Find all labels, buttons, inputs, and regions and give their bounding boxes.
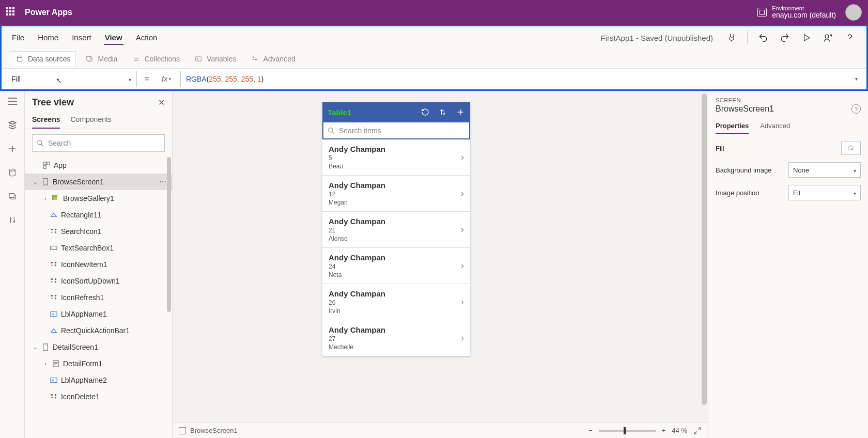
fit-to-window-icon[interactable]	[693, 427, 702, 435]
tree-node-searchicon[interactable]: SearchIcon1	[25, 223, 172, 240]
gallery-item-subtitle: 27	[329, 335, 385, 342]
collapse-icon[interactable]: ⌄	[32, 179, 38, 185]
hamburger-icon[interactable]	[7, 96, 18, 106]
zoom-slider[interactable]	[599, 430, 656, 432]
tree-search-input[interactable]: Search	[32, 134, 165, 152]
props-section-label: SCREEN	[716, 97, 861, 103]
formula-input[interactable]: RGBA(255, 255, 255, 1)	[180, 71, 862, 87]
svg-point-35	[51, 229, 53, 231]
fill-color-picker[interactable]	[841, 142, 861, 155]
tree-node-browsegallery[interactable]: › BrowseGallery1	[25, 190, 172, 207]
ribbon-advanced[interactable]: Advanced	[245, 52, 300, 66]
expand-icon[interactable]: ›	[42, 196, 49, 201]
tree-node-detailform[interactable]: ›DetailForm1	[25, 355, 172, 372]
tree-node-textsearchbox[interactable]: TextSearchBox1	[25, 240, 172, 256]
tree-node-app[interactable]: App	[25, 157, 172, 174]
tree-node-iconrefresh[interactable]: IconRefresh1	[25, 289, 172, 306]
prop-imgpos-label: Image position	[716, 189, 760, 197]
svg-point-68	[51, 394, 53, 396]
chevron-right-icon: ›	[461, 296, 464, 307]
form-icon	[52, 359, 60, 368]
svg-point-25	[38, 140, 42, 145]
tree-node-rectangle[interactable]: Rectangle11	[25, 207, 172, 223]
svg-point-2	[17, 56, 22, 58]
zoom-out-button[interactable]: −	[588, 427, 593, 434]
props-tab-advanced[interactable]: Advanced	[760, 119, 790, 134]
tree-view-icon[interactable]	[7, 120, 18, 130]
redo-icon[interactable]	[778, 30, 792, 45]
tree-node-rectquick[interactable]: RectQuickActionBar1	[25, 322, 172, 339]
gallery-item-title: Andy Champan	[329, 181, 385, 190]
tree-node-iconnew[interactable]: IconNewItem1	[25, 256, 172, 273]
gallery-item[interactable]: Andy Champan24Neta›	[322, 248, 470, 284]
waffle-icon[interactable]	[6, 7, 17, 18]
tree-tab-screens[interactable]: Screens	[32, 111, 60, 129]
menu-file[interactable]: File	[11, 31, 25, 45]
phone-search-input[interactable]: Search items	[322, 122, 470, 139]
gallery-item-subtitle: 26	[329, 299, 385, 306]
ribbon-collections[interactable]: Collections	[127, 52, 185, 66]
tree-node-icondelete[interactable]: IconDelete1	[25, 388, 172, 405]
insert-icon[interactable]	[7, 144, 18, 154]
bgimage-dropdown[interactable]: None	[788, 162, 861, 178]
undo-icon[interactable]	[756, 30, 770, 45]
status-selected: BrowseScreen1	[190, 427, 238, 434]
canvas[interactable]: Table1 Search items Andy Champan5Beau›An…	[173, 91, 708, 438]
gallery-item-subtitle: 5	[329, 154, 385, 162]
svg-line-80	[698, 428, 701, 430]
tree-node-lblappname2[interactable]: LblAppName2	[25, 372, 172, 388]
tree-scrollbar[interactable]	[167, 157, 171, 395]
expand-icon[interactable]: ›	[42, 361, 49, 367]
media-rail-icon[interactable]	[7, 191, 18, 201]
gallery-item[interactable]: Andy Champan12Megan›	[322, 176, 470, 212]
environment-picker[interactable]: Environment enayu.com (default)	[757, 5, 836, 19]
ribbon-media[interactable]: Media	[80, 52, 122, 66]
canvas-scrollbar[interactable]	[702, 94, 707, 425]
svg-line-81	[694, 431, 697, 434]
zoom-in-button[interactable]: +	[662, 427, 666, 434]
refresh-icon[interactable]	[421, 107, 430, 117]
tools-icon[interactable]	[7, 215, 18, 225]
gallery-item[interactable]: Andy Champan27Mechelle›	[322, 320, 470, 356]
chevron-right-icon: ›	[461, 188, 464, 199]
user-avatar[interactable]	[845, 4, 862, 21]
play-icon[interactable]	[799, 30, 814, 45]
sort-icon[interactable]	[438, 107, 447, 117]
gallery-item[interactable]: Andy Champan21Alonso›	[322, 212, 470, 248]
close-icon[interactable]: ✕	[158, 98, 165, 107]
more-icon[interactable]: ⋯	[159, 178, 167, 186]
menu-insert[interactable]: Insert	[71, 31, 92, 45]
tree-node-detailscreen[interactable]: ⌄DetailScreen1	[25, 339, 172, 355]
collapse-icon[interactable]: ⌄	[32, 345, 38, 350]
textbox-icon	[50, 244, 58, 252]
gallery-item-title: Andy Champan	[329, 253, 385, 262]
imgpos-dropdown[interactable]: Fit	[788, 185, 861, 200]
menu-home[interactable]: Home	[37, 31, 59, 45]
tree-node-iconsort[interactable]: IconSortUpDown1	[25, 273, 172, 289]
menu-action[interactable]: Action	[135, 31, 159, 45]
image-icon	[85, 55, 94, 63]
share-icon[interactable]	[821, 30, 835, 45]
help-icon[interactable]	[843, 30, 857, 45]
selection-checkbox[interactable]	[179, 427, 186, 434]
props-tab-properties[interactable]: Properties	[716, 119, 749, 134]
tree-node-browsescreen[interactable]: ⌄ BrowseScreen1 ⋯	[25, 174, 172, 190]
gallery-item[interactable]: Andy Champan5Beau›	[322, 139, 470, 176]
fx-icon[interactable]: fx▾	[157, 75, 176, 83]
app-checker-icon[interactable]	[724, 30, 739, 45]
tree-node-lblappname1[interactable]: LblAppName1	[25, 306, 172, 322]
equals-label: =	[141, 74, 152, 84]
formula-expand-icon[interactable]	[855, 76, 858, 82]
menu-view[interactable]: View	[104, 31, 123, 45]
tree-tab-components[interactable]: Components	[70, 111, 111, 129]
svg-rect-41	[51, 246, 57, 250]
props-help-icon[interactable]: ?	[851, 104, 861, 114]
ribbon-variables[interactable]: Variables	[189, 52, 241, 66]
formula-bar: Fill = fx▾ RGBA(255, 255, 255, 1)	[2, 69, 866, 89]
data-icon[interactable]	[7, 167, 18, 178]
ribbon-data-sources[interactable]: Data sources	[10, 51, 76, 66]
property-selector[interactable]: Fill	[6, 71, 137, 87]
svg-point-49	[51, 278, 53, 280]
gallery-item[interactable]: Andy Champan26Irvin›	[322, 284, 470, 320]
add-icon[interactable]	[456, 107, 465, 117]
